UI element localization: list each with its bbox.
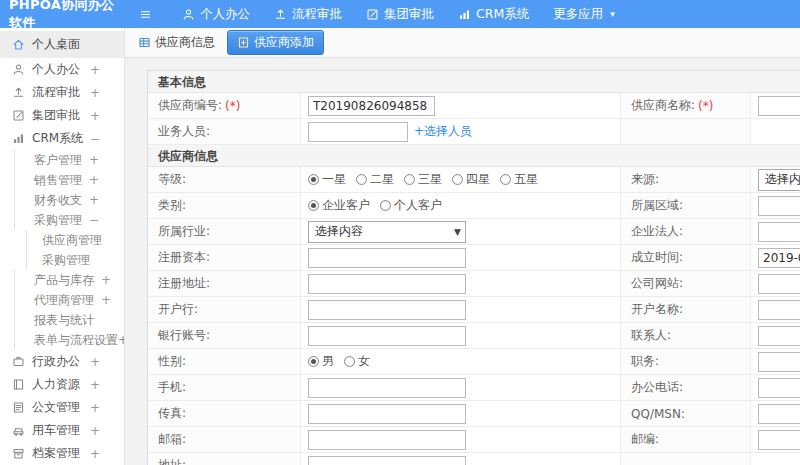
expand-toggle-icon[interactable]: + xyxy=(90,355,124,369)
expand-toggle-icon[interactable]: + xyxy=(101,293,125,307)
sidebar-item[interactable]: 集团审批+ xyxy=(0,104,124,127)
expand-toggle-icon[interactable]: + xyxy=(89,153,125,167)
registered-address-input[interactable] xyxy=(308,274,466,294)
region-input[interactable] xyxy=(758,196,800,216)
sidebar-item[interactable]: 用车管理+ xyxy=(0,419,124,442)
form-field-cell xyxy=(751,271,800,296)
sidebar-item[interactable]: 采购管理− xyxy=(14,210,124,230)
mobile-input[interactable] xyxy=(308,378,466,398)
office-phone-input[interactable] xyxy=(758,378,800,398)
label-text: 企业法人: xyxy=(631,223,683,240)
label-text: 地址: xyxy=(158,457,186,465)
topbar-item[interactable]: 更多应用▾ xyxy=(553,6,615,23)
postcode-input[interactable] xyxy=(758,430,800,450)
sidebar-item[interactable]: 供应商管理 xyxy=(26,230,124,250)
sidebar-item[interactable]: 个人桌面 xyxy=(0,31,124,58)
supplier-name-input[interactable] xyxy=(758,96,800,116)
sidebar-item[interactable]: 代理商管理+ xyxy=(14,290,124,310)
expand-toggle-icon[interactable]: + xyxy=(90,86,124,100)
founded-date-input[interactable] xyxy=(758,248,800,268)
expand-toggle-icon[interactable]: + xyxy=(90,424,124,438)
topbar-item[interactable]: 集团审批 xyxy=(366,6,434,23)
category-radio-1[interactable]: 个人客户 xyxy=(380,197,442,214)
form-field-cell: 一星二星三星四星五星 xyxy=(301,167,621,192)
legal-person-input[interactable] xyxy=(758,222,800,242)
tabbar: 供应商信息供应商添加 xyxy=(125,28,800,58)
sidebar-item[interactable]: 流程审批+ xyxy=(0,81,124,104)
level-radio-0[interactable]: 一星 xyxy=(308,171,346,188)
form-field-label: 开户行: xyxy=(148,297,301,322)
level-radio-4[interactable]: 五星 xyxy=(500,171,538,188)
form-field-label: 公司网站: xyxy=(621,271,751,296)
level-radio-2[interactable]: 三星 xyxy=(404,171,442,188)
form-field-label: 联系人: xyxy=(621,323,751,348)
bank-account-input[interactable] xyxy=(308,326,466,346)
sidebar-item[interactable]: 财务收支+ xyxy=(14,190,124,210)
account-name-input[interactable] xyxy=(758,300,800,320)
sidebar-item[interactable]: 行政办公+ xyxy=(0,350,124,373)
expand-toggle-icon[interactable]: − xyxy=(89,213,125,227)
level-radio-3[interactable]: 四星 xyxy=(452,171,490,188)
sidebar-item[interactable]: 公文管理+ xyxy=(0,396,124,419)
form-field-cell xyxy=(301,297,621,322)
archive-icon xyxy=(12,447,25,460)
label-text: 职务: xyxy=(631,353,659,370)
level-radio-1[interactable]: 二星 xyxy=(356,171,394,188)
form-field-cell xyxy=(751,349,800,374)
sidebar-item-label: 集团审批 xyxy=(32,107,80,124)
registered-capital-input[interactable] xyxy=(308,248,466,268)
sidebar-item[interactable]: 档案管理+ xyxy=(0,442,124,465)
job-title-input[interactable] xyxy=(758,352,800,372)
expand-toggle-icon[interactable]: + xyxy=(90,109,124,123)
topbar-item[interactable]: 个人办公 xyxy=(182,6,250,23)
source-select[interactable]: 选择内容▼ xyxy=(758,169,800,191)
industry-select[interactable]: 选择内容▼ xyxy=(308,221,466,243)
form-row: 业务人员:+选择人员 xyxy=(148,119,800,145)
contact-person-input[interactable] xyxy=(758,326,800,346)
sidebar-item-label: 个人办公 xyxy=(32,61,80,78)
address-input[interactable] xyxy=(308,456,466,465)
topbar-item[interactable]: CRM系统 xyxy=(458,6,529,23)
category-radio-0[interactable]: 企业客户 xyxy=(308,197,370,214)
sidebar-item[interactable]: 报表与统计 xyxy=(14,310,124,330)
bank-input[interactable] xyxy=(308,300,466,320)
tab[interactable]: 供应商信息 xyxy=(133,31,220,54)
email-input[interactable] xyxy=(308,430,466,450)
qq-msn-input[interactable] xyxy=(758,404,800,424)
form-row: 手机:办公电话: xyxy=(148,375,800,401)
expand-toggle-icon[interactable]: + xyxy=(90,63,124,77)
gender-radio-1[interactable]: 女 xyxy=(344,353,370,370)
sidebar-item[interactable]: 销售管理+ xyxy=(14,170,124,190)
select-staff-link[interactable]: +选择人员 xyxy=(414,123,472,140)
radio-icon xyxy=(356,174,367,185)
gender-radio-0[interactable]: 男 xyxy=(308,353,334,370)
expand-toggle-icon[interactable]: + xyxy=(90,401,124,415)
radio-label: 二星 xyxy=(370,171,394,188)
expand-toggle-icon[interactable]: + xyxy=(90,378,124,392)
topbar-item[interactable]: 流程审批 xyxy=(274,6,342,23)
sidebar-item[interactable]: 个人办公+ xyxy=(0,58,124,81)
sidebar-item[interactable]: 人力资源+ xyxy=(0,373,124,396)
expand-toggle-icon[interactable]: + xyxy=(89,173,125,187)
tab[interactable]: 供应商添加 xyxy=(227,30,324,55)
sidebar-item[interactable]: 采购管理 xyxy=(26,250,124,270)
sidebar-item-label: 流程审批 xyxy=(32,84,80,101)
expand-toggle-icon[interactable]: + xyxy=(89,193,125,207)
sidebar-item[interactable]: 表单与流程设置+ xyxy=(14,330,124,350)
company-website-input[interactable] xyxy=(758,274,800,294)
radio-label: 女 xyxy=(358,353,370,370)
sidebar-item[interactable]: 产品与库存+ xyxy=(14,270,124,290)
fax-input[interactable] xyxy=(308,404,466,424)
form-field-cell xyxy=(301,323,621,348)
sidebar-item[interactable]: 客户管理+ xyxy=(14,150,124,170)
sidebar-item[interactable]: CRM系统− xyxy=(0,127,124,150)
form-row: 开户行:开户名称: xyxy=(148,297,800,323)
expand-toggle-icon[interactable]: + xyxy=(90,447,124,461)
expand-toggle-icon[interactable]: − xyxy=(90,132,124,146)
business-staff-input[interactable] xyxy=(308,122,408,142)
expand-toggle-icon[interactable]: + xyxy=(101,273,125,287)
supplier-code-input[interactable] xyxy=(308,96,435,116)
label-text: 所属区域: xyxy=(631,197,683,214)
sidebar-item-label: 用车管理 xyxy=(32,422,80,439)
hamburger-icon[interactable] xyxy=(139,8,152,21)
